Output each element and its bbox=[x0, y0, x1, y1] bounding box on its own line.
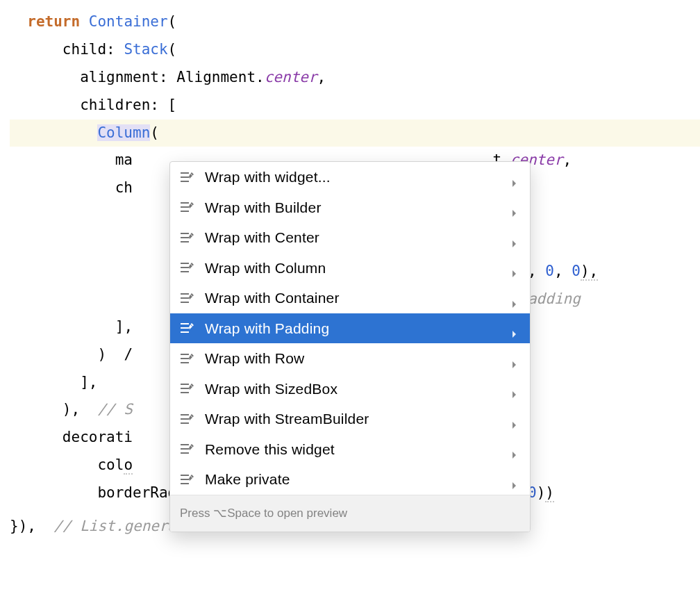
svg-rect-31 bbox=[181, 479, 189, 480]
svg-rect-12 bbox=[181, 293, 189, 295]
intention-label: Wrap with Builder bbox=[205, 197, 502, 219]
chevron-right-icon bbox=[512, 202, 519, 212]
chevron-right-icon bbox=[512, 384, 519, 393]
intention-action-item[interactable]: Wrap with StreamBuilder bbox=[170, 404, 530, 434]
prop-fragment: col bbox=[97, 457, 124, 473]
svg-rect-0 bbox=[181, 172, 189, 174]
intention-action-item[interactable]: Wrap with Container bbox=[170, 283, 530, 313]
chevron-right-icon bbox=[512, 263, 519, 272]
keyword-return: return bbox=[27, 13, 80, 30]
comment: // S bbox=[97, 401, 133, 418]
intention-action-item[interactable]: Wrap with Column bbox=[170, 253, 530, 283]
intention-label: Wrap with Column bbox=[205, 257, 502, 279]
svg-rect-27 bbox=[181, 444, 189, 445]
closing-brace: }), bbox=[10, 518, 36, 534]
code-line: alignment: Alignment.center, bbox=[10, 64, 700, 92]
svg-rect-9 bbox=[181, 263, 189, 264]
bracket: ] bbox=[80, 374, 89, 390]
prop-child: child bbox=[62, 41, 106, 58]
intention-action-item[interactable]: Wrap with Center bbox=[170, 222, 530, 253]
intention-icon bbox=[180, 290, 195, 306]
intention-icon bbox=[180, 351, 195, 366]
svg-rect-13 bbox=[181, 297, 189, 299]
number: 0 bbox=[572, 263, 581, 279]
svg-rect-24 bbox=[181, 414, 189, 416]
code-line: children: [ bbox=[10, 92, 700, 120]
svg-rect-10 bbox=[181, 267, 189, 268]
intention-label: Remove this widget bbox=[205, 438, 502, 461]
svg-rect-5 bbox=[181, 211, 189, 212]
intention-actions-popup[interactable]: Wrap with widget...Wrap with BuilderWrap… bbox=[169, 161, 531, 532]
intention-label: Wrap with widget... bbox=[205, 166, 502, 188]
svg-rect-28 bbox=[181, 448, 189, 450]
svg-rect-20 bbox=[181, 362, 189, 363]
prop-fragment: decorati bbox=[62, 429, 133, 445]
prop-alignment: alignment bbox=[80, 69, 159, 85]
intention-action-item[interactable]: Wrap with widget... bbox=[170, 162, 530, 192]
svg-rect-23 bbox=[181, 392, 189, 393]
svg-rect-18 bbox=[181, 354, 189, 355]
intention-icon bbox=[180, 381, 195, 396]
intention-icon bbox=[180, 230, 195, 245]
intention-label: Make private bbox=[205, 468, 502, 491]
chevron-right-icon bbox=[512, 414, 519, 424]
bracket: ] bbox=[115, 318, 124, 335]
svg-rect-14 bbox=[181, 302, 189, 303]
intention-label: Wrap with Container bbox=[205, 287, 502, 309]
svg-rect-8 bbox=[181, 241, 189, 242]
intention-icon bbox=[180, 441, 195, 457]
type-container: Container bbox=[89, 13, 168, 30]
prop-fragment: ma bbox=[115, 151, 133, 168]
chevron-right-icon bbox=[512, 444, 519, 454]
chevron-right-icon bbox=[512, 293, 519, 303]
intention-icon bbox=[180, 170, 195, 185]
svg-rect-11 bbox=[181, 271, 189, 272]
member-center: center bbox=[265, 69, 317, 85]
svg-rect-2 bbox=[181, 181, 189, 182]
intention-icon bbox=[180, 411, 195, 427]
intention-label: Wrap with SizedBox bbox=[205, 378, 502, 400]
prop-children: children bbox=[80, 97, 150, 113]
chevron-right-icon bbox=[512, 323, 519, 333]
intention-label: Wrap with Row bbox=[205, 347, 502, 370]
svg-rect-19 bbox=[181, 358, 189, 359]
code-line: child: Stack( bbox=[10, 36, 700, 64]
intention-action-item[interactable]: Wrap with SizedBox bbox=[170, 374, 530, 404]
class-alignment: Alignment bbox=[176, 69, 256, 85]
svg-rect-6 bbox=[181, 233, 189, 234]
svg-rect-21 bbox=[181, 384, 189, 385]
chevron-right-icon bbox=[512, 172, 519, 182]
intention-icon bbox=[180, 260, 195, 275]
intention-icon bbox=[180, 199, 195, 215]
chevron-right-icon bbox=[512, 475, 519, 484]
intention-action-item[interactable]: Wrap with Row bbox=[170, 343, 530, 374]
code-line-active: Column( bbox=[10, 120, 700, 147]
svg-rect-15 bbox=[181, 323, 189, 324]
intention-label: Wrap with StreamBuilder bbox=[205, 408, 502, 430]
number: 0 bbox=[545, 263, 554, 279]
svg-rect-26 bbox=[181, 422, 189, 424]
chevron-right-icon bbox=[512, 354, 519, 363]
intention-action-item[interactable]: Wrap with Padding bbox=[170, 313, 530, 344]
chevron-right-icon bbox=[512, 233, 519, 242]
svg-rect-29 bbox=[181, 452, 189, 454]
svg-rect-3 bbox=[181, 202, 189, 204]
svg-rect-22 bbox=[181, 388, 189, 389]
svg-rect-17 bbox=[181, 331, 189, 333]
intention-action-item[interactable]: Remove this widget bbox=[170, 434, 530, 465]
intention-icon bbox=[180, 320, 195, 336]
svg-rect-32 bbox=[181, 483, 189, 484]
svg-rect-4 bbox=[181, 206, 189, 208]
code-line: return Container( bbox=[10, 8, 700, 36]
svg-rect-25 bbox=[181, 418, 189, 420]
intention-label: Wrap with Center bbox=[205, 227, 502, 249]
svg-rect-30 bbox=[181, 475, 189, 476]
svg-rect-1 bbox=[181, 176, 189, 178]
intention-icon bbox=[180, 472, 195, 487]
type-stack: Stack bbox=[124, 41, 167, 58]
intention-label: Wrap with Padding bbox=[205, 318, 502, 340]
type-column-selected: Column bbox=[97, 124, 150, 141]
svg-rect-7 bbox=[181, 237, 189, 238]
intention-action-item[interactable]: Wrap with Builder bbox=[170, 192, 530, 223]
intention-action-item[interactable]: Make private bbox=[170, 464, 530, 495]
